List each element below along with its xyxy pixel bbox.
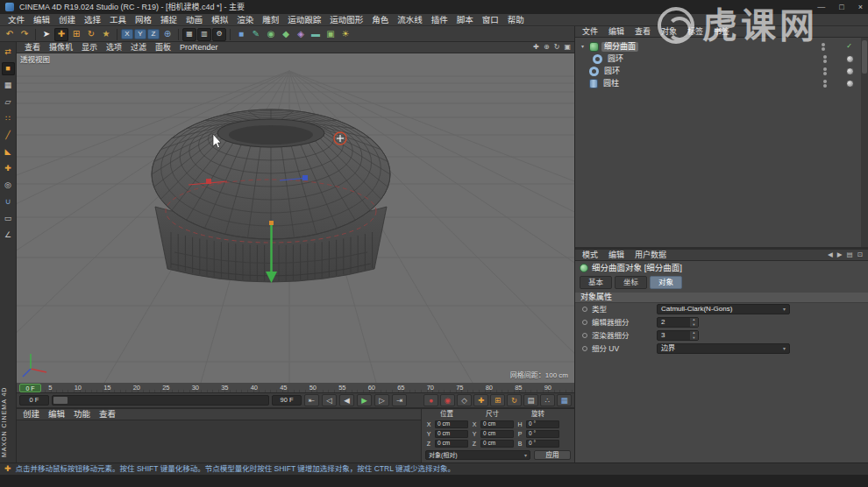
workplane-lock-button[interactable]: ▭ <box>2 212 15 225</box>
frame-range-slider[interactable] <box>52 395 269 406</box>
goto-end-button[interactable]: ⇥ <box>392 394 407 406</box>
lock-z-axis-button[interactable]: Z <box>147 29 160 39</box>
om-objects-menu[interactable]: 对象 <box>656 28 682 36</box>
size-z-field[interactable]: 0 cm <box>480 440 514 448</box>
menu-snap[interactable]: 捕捉 <box>156 16 181 25</box>
deformers-button[interactable]: ◈ <box>294 28 308 41</box>
object-label[interactable]: 圆环 <box>601 67 623 76</box>
edges-mode-button[interactable]: ╱ <box>2 129 15 142</box>
material-function-menu[interactable]: 功能 <box>69 410 95 419</box>
position-z-field[interactable]: 0 cm <box>435 440 468 448</box>
tab-coordinates[interactable]: 坐标 <box>615 276 647 289</box>
size-x-field[interactable]: 0 cm <box>480 420 514 428</box>
lock-icon[interactable]: ⊡ <box>857 251 863 258</box>
visibility-toggle-dots[interactable] <box>823 55 827 63</box>
menu-create[interactable]: 创建 <box>54 16 80 25</box>
om-bookmarks-menu[interactable]: 书签 <box>708 28 735 36</box>
menu-simulate[interactable]: 模拟 <box>207 16 232 25</box>
view-rotate-icon[interactable]: ↻ <box>554 44 560 51</box>
render-settings-button[interactable]: ⚙ <box>212 28 226 41</box>
record-pla-button[interactable]: ∴ <box>540 394 555 406</box>
current-frame-marker[interactable]: 0 F <box>19 384 41 392</box>
maximize-button[interactable]: □ <box>839 4 843 11</box>
phong-tag-icon[interactable] <box>846 67 854 75</box>
generator-enabled-checkbox[interactable]: ✓ <box>844 43 854 50</box>
expand-toggle-icon[interactable]: ▾ <box>579 44 587 49</box>
keyframe-dot-icon[interactable] <box>582 320 587 325</box>
undo-button[interactable]: ↶ <box>3 28 17 41</box>
previous-key-button[interactable]: ◁ <box>322 394 337 406</box>
viewport-solo-button[interactable]: ◎ <box>2 179 15 192</box>
lights-button[interactable]: ☀ <box>338 28 352 41</box>
viewport-canvas[interactable]: 透视视图 网格间距：100 cm <box>17 53 574 383</box>
live-selection-button[interactable]: ➤ <box>39 28 53 41</box>
menu-edit[interactable]: 编辑 <box>29 16 54 25</box>
visibility-toggle-dots[interactable] <box>822 43 825 51</box>
menu-motion-tracker[interactable]: 运动跟踪 <box>283 16 325 25</box>
keyframe-selection-button[interactable]: ◇ <box>457 394 472 406</box>
editor-subdivision-field[interactable]: 2 ▴ ▾ <box>657 317 699 328</box>
visibility-toggle-dots[interactable] <box>823 80 827 88</box>
om-tags-menu[interactable]: 标签 <box>682 28 708 36</box>
object-row-subdivision-surface[interactable]: ▾ 细分曲面 ✓ <box>575 40 861 53</box>
material-edit-menu[interactable]: 编辑 <box>44 410 69 419</box>
view-pan-icon[interactable]: ✚ <box>533 44 539 51</box>
spinner-up-icon[interactable]: ▴ <box>693 331 694 335</box>
view-menu[interactable]: 查看 <box>20 44 45 52</box>
lock-x-axis-button[interactable]: X <box>121 29 133 39</box>
rotation-h-field[interactable]: 0 ° <box>526 420 559 428</box>
menu-animate[interactable]: 动画 <box>181 16 207 25</box>
record-scale-button[interactable]: ⊞ <box>490 394 505 406</box>
keyframe-dot-icon[interactable] <box>582 307 587 312</box>
prorender-menu[interactable]: ProRender <box>175 44 223 52</box>
phong-tag-icon[interactable] <box>846 55 854 63</box>
visibility-toggle-dots[interactable] <box>823 67 827 75</box>
floor-objects-button[interactable]: ▬ <box>309 28 323 41</box>
model-mode-button[interactable]: ■ <box>2 62 15 75</box>
om-edit-menu[interactable]: 编辑 <box>603 28 630 36</box>
am-edit-menu[interactable]: 编辑 <box>603 251 630 259</box>
spinner-control[interactable]: ▴ ▾ <box>690 331 698 340</box>
menu-sculpt[interactable]: 雕刻 <box>258 16 283 25</box>
material-create-menu[interactable]: 创建 <box>18 410 44 419</box>
menu-mograph[interactable]: 运动图形 <box>325 16 367 25</box>
camera-button[interactable]: ▣ <box>324 28 338 41</box>
spinner-down-icon[interactable]: ▾ <box>693 336 694 341</box>
workplane-mode-button[interactable]: ▱ <box>2 95 15 109</box>
subdivide-uv-select[interactable]: 边界 ▾ <box>657 343 790 354</box>
object-row-torus[interactable]: 圆环 <box>575 65 861 77</box>
axis-mode-button[interactable]: ✚ <box>2 162 15 175</box>
menu-plugins[interactable]: 插件 <box>427 16 452 25</box>
material-view-menu[interactable]: 查看 <box>95 410 120 419</box>
om-view-menu[interactable]: 查看 <box>630 28 656 36</box>
goto-start-button[interactable]: ⇤ <box>304 394 319 406</box>
record-position-button[interactable]: ✚ <box>473 394 488 406</box>
menu-tools[interactable]: 工具 <box>105 16 131 25</box>
add-cube-button[interactable]: ■ <box>234 28 248 41</box>
object-row-cylinder[interactable]: 圆柱 <box>575 77 861 89</box>
play-button[interactable]: ▶ <box>357 394 372 406</box>
apply-button[interactable]: 应用 <box>534 450 571 460</box>
spinner-down-icon[interactable]: ▾ <box>693 323 694 328</box>
spinner-up-icon[interactable]: ▴ <box>693 318 694 322</box>
points-mode-button[interactable]: ∷ <box>2 112 15 125</box>
menu-mesh[interactable]: 网格 <box>131 16 156 25</box>
rotate-tool-button[interactable]: ↻ <box>84 28 98 41</box>
snap-toggle-button[interactable]: ∪ <box>2 195 15 208</box>
menu-character[interactable]: 角色 <box>367 16 393 25</box>
gizmo-center-handle[interactable] <box>269 221 274 225</box>
generators-button[interactable]: ◆ <box>279 28 293 41</box>
history-back-icon[interactable]: ◀ <box>828 251 833 258</box>
redo-button[interactable]: ↷ <box>18 28 32 41</box>
tab-object[interactable]: 对象 <box>650 276 682 289</box>
timeline-ruler[interactable]: 0 F 0 5 10 15 20 25 30 35 40 45 50 55 60… <box>17 383 574 393</box>
cameras-menu[interactable]: 摄像机 <box>45 44 77 52</box>
autokeying-button[interactable]: ◉ <box>440 394 455 406</box>
menu-window[interactable]: 窗口 <box>478 16 503 25</box>
object-label[interactable]: 圆柱 <box>601 79 622 88</box>
filter-icon[interactable]: ▤ <box>847 251 853 258</box>
record-parameter-button[interactable]: ▤ <box>523 394 538 406</box>
menu-file[interactable]: 文件 <box>4 16 29 25</box>
menu-render[interactable]: 渲染 <box>232 16 258 25</box>
render-subdivision-field[interactable]: 3 ▴ ▾ <box>657 330 699 341</box>
